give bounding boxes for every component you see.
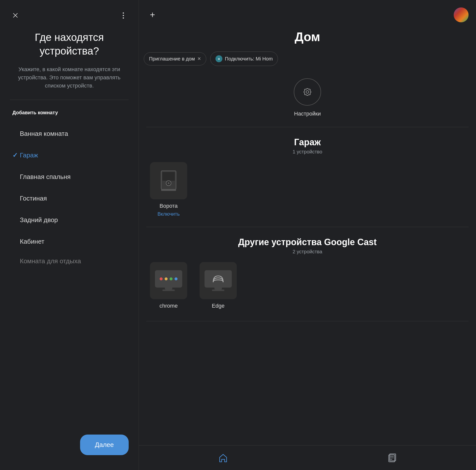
room-name: Кабинет <box>12 238 44 245</box>
mi-home-icon: м <box>215 55 222 62</box>
list-item[interactable]: Задний двор <box>0 209 139 231</box>
monitor-body <box>205 270 232 288</box>
more-dot <box>123 17 124 19</box>
section-count: 2 устройства <box>146 249 469 255</box>
monitor-stand <box>214 288 222 290</box>
settings-button[interactable] <box>294 78 321 106</box>
room-list: Ванная комната ✓ Гараж Главная спальня Г… <box>0 120 139 427</box>
room-name: Ванная комната <box>12 130 68 138</box>
nav-home[interactable] <box>208 450 238 465</box>
cast-icon <box>212 274 224 284</box>
connect-chip[interactable]: м Подключить: Mi Hom <box>210 52 278 66</box>
gear-icon <box>302 87 312 97</box>
svg-point-5 <box>168 182 170 184</box>
home-icon <box>218 453 228 463</box>
chip-label: Приглашение в дом <box>149 56 195 62</box>
add-button[interactable]: + <box>146 9 159 21</box>
room-name: Гостиная <box>12 195 47 202</box>
home-title: Дом <box>139 27 476 49</box>
add-room-label: Добавить комнату <box>0 100 139 120</box>
room-name: Главная спальня <box>12 173 71 181</box>
left-header <box>0 0 139 26</box>
left-panel: Где находятся устройства? Укажите, в как… <box>0 0 139 470</box>
dot-green <box>170 277 173 280</box>
device-grid: chrome <box>146 260 469 314</box>
chrome-dots <box>160 277 178 280</box>
svg-rect-3 <box>162 172 175 181</box>
page-description: Укажите, в какой комнате находятся эти у… <box>0 65 139 100</box>
chips-row: Приглашение в дом ✕ м Подключить: Mi Hom <box>139 49 476 71</box>
monitor-base <box>212 290 224 291</box>
device-icon <box>200 262 237 299</box>
bottom-nav <box>139 445 476 470</box>
device-icon <box>150 162 187 199</box>
left-footer: Далее <box>0 427 139 470</box>
device-card[interactable]: Edge <box>196 262 240 311</box>
dot-red <box>160 277 163 280</box>
list-item[interactable]: ✓ Гараж <box>0 145 139 166</box>
monitor-base <box>162 290 175 291</box>
invitation-chip[interactable]: Приглашение в дом ✕ <box>144 52 206 65</box>
device-icon <box>150 262 187 299</box>
settings-section: Настройки <box>139 73 476 124</box>
section-divider <box>146 127 469 127</box>
list-item[interactable]: Ванная комната <box>0 123 139 145</box>
list-item[interactable]: Главная спальня <box>0 166 139 188</box>
more-dot <box>123 15 124 16</box>
dot-yellow <box>165 277 168 280</box>
device-card[interactable]: Ворота Включить <box>146 162 191 217</box>
section-divider <box>146 227 469 227</box>
dot-blue <box>175 277 178 280</box>
google-cast-section: Другие устройства Google Cast 2 устройст… <box>139 230 476 319</box>
device-name: chrome <box>159 303 178 309</box>
monitor-body <box>155 270 182 288</box>
device-name: Edge <box>212 303 224 309</box>
next-button[interactable]: Далее <box>80 435 129 455</box>
right-header: + <box>139 0 476 27</box>
right-panel: + Дом Приглашение в дом ✕ м Подключить: … <box>139 0 476 470</box>
more-dot <box>123 12 124 14</box>
right-content: Настройки Гараж 1 устройство <box>139 71 476 445</box>
device-grid: Ворота Включить <box>146 160 469 219</box>
list-item[interactable]: Гостиная <box>0 188 139 209</box>
monitor-stand <box>165 288 172 290</box>
garage-section: Гараж 1 устройство Ворота <box>139 130 476 224</box>
check-icon: ✓ <box>12 151 18 159</box>
page-title: Где находятся устройства? <box>0 26 139 65</box>
room-name: Задний двор <box>12 216 58 224</box>
section-divider-bottom <box>146 321 469 321</box>
room-name: Комната для отдыха <box>12 257 81 265</box>
section-title: Гараж <box>146 137 469 147</box>
more-options-button[interactable] <box>118 10 129 21</box>
avatar[interactable] <box>454 7 469 22</box>
nav-pages[interactable] <box>377 450 407 465</box>
section-count: 1 устройство <box>146 149 469 155</box>
gate-icon <box>159 168 178 193</box>
section-title: Другие устройства Google Cast <box>146 237 469 247</box>
svg-text:м: м <box>218 58 220 60</box>
device-name: Ворота <box>160 203 178 209</box>
device-card[interactable]: chrome <box>146 262 191 311</box>
list-item[interactable]: Комната для отдыха <box>0 252 139 270</box>
list-item[interactable]: Кабинет <box>0 231 139 252</box>
close-button[interactable] <box>10 10 21 21</box>
close-chip-icon[interactable]: ✕ <box>197 56 201 61</box>
settings-label: Настройки <box>294 111 321 117</box>
pages-icon <box>387 453 397 463</box>
svg-rect-6 <box>161 189 176 191</box>
chip-label: Подключить: Mi Hom <box>225 56 273 62</box>
device-action[interactable]: Включить <box>157 211 180 217</box>
